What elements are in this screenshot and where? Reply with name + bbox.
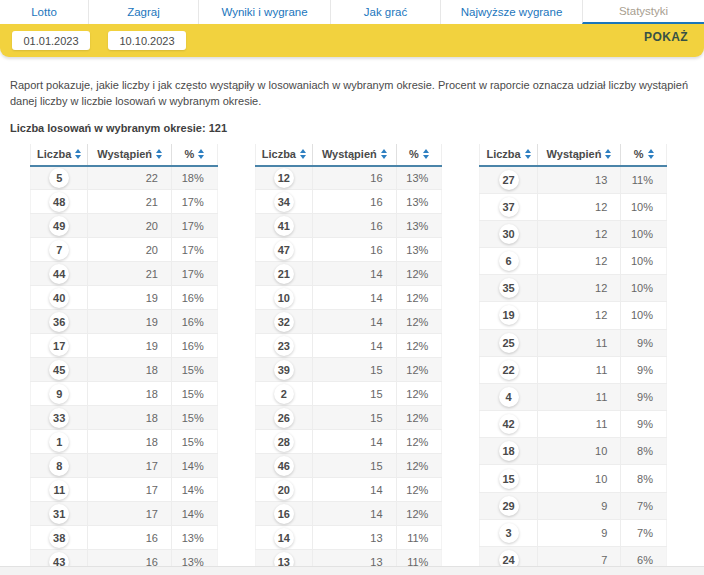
tab-lotto[interactable]: Lotto [0,0,88,24]
table-row: 72017% [31,238,218,262]
date-from-input[interactable] [12,31,90,50]
lotto-number: 37 [499,197,519,217]
sort-by-occurrences[interactable]: Wystąpień [313,148,396,160]
sort-by-occurrences[interactable]: Wystąpień [538,148,621,160]
occurrences-value: 18 [88,358,172,382]
table-row: 191210% [480,302,667,329]
table-row: 91815% [31,382,218,406]
percent-value: 15% [171,358,217,382]
percent-value: 12% [396,334,442,358]
stats-table-3: Liczba Wystąpień % 271311%371210%301210%… [479,144,667,575]
lotto-number: 23 [274,336,294,356]
table-row: 301210% [480,220,667,247]
table-row: 15108% [480,465,667,492]
occurrences-value: 10 [537,438,621,465]
occurrences-value: 22 [88,166,172,190]
table-row: 11815% [31,430,218,454]
occurrences-value: 20 [88,238,172,262]
percent-value: 16% [171,310,217,334]
table-row: 281412% [255,430,442,454]
lotto-number: 19 [499,305,519,325]
sort-arrows-icon [605,149,611,159]
table-row: 371210% [480,193,667,220]
sort-by-number[interactable]: Liczba [480,148,536,160]
occurrences-value: 19 [88,310,172,334]
sort-by-number[interactable]: Liczba [256,148,312,160]
table-row: 52218% [31,166,218,190]
sort-by-percent[interactable]: % [621,148,666,160]
tab-statystyki[interactable]: Statystyki [582,0,704,24]
percent-value: 13% [396,238,442,262]
lotto-number: 42 [499,414,519,434]
occurrences-value: 11 [537,356,621,383]
table-row: 391512% [255,358,442,382]
table-row: 321412% [255,310,442,334]
sort-by-occurrences[interactable]: Wystąpień [88,148,171,160]
table-header-row: Liczba Wystąpień % [255,144,442,166]
date-to-input[interactable] [108,31,186,50]
table-row: 331815% [31,406,218,430]
percent-value: 7% [621,492,667,519]
table-row: 261512% [255,406,442,430]
table-row: 451815% [31,358,218,382]
percent-value: 14% [171,478,217,502]
lotto-number: 48 [49,192,69,212]
table-row: 21512% [255,382,442,406]
percent-value: 17% [171,190,217,214]
table-row: 361916% [31,310,218,334]
occurrences-value: 14 [313,334,397,358]
table-row: 201412% [255,478,442,502]
lotto-number: 39 [274,360,294,380]
occurrences-value: 11 [537,383,621,410]
table-row: 311714% [31,502,218,526]
percent-value: 12% [396,358,442,382]
occurrences-column-header: Wystąpień [547,148,602,160]
percent-value: 11% [621,166,667,193]
tab-najwyzsze-wygrane[interactable]: Najwyższe wygrane [440,0,582,24]
percent-value: 12% [396,430,442,454]
table-row: 81714% [31,454,218,478]
occurrences-value: 14 [313,310,397,334]
tab-wyniki-i-wygrane[interactable]: Wyniki i wygrane [198,0,330,24]
occurrences-value: 15 [313,454,397,478]
sort-by-number[interactable]: Liczba [31,148,87,160]
lotto-number: 36 [49,312,69,332]
percent-column-header: % [409,148,419,160]
table-header-row: Liczba Wystąpień % [31,144,218,166]
show-button[interactable]: POKAŻ [644,30,688,44]
sort-arrows-icon [300,149,306,159]
number-column-header: Liczba [486,148,520,160]
percent-value: 16% [171,286,217,310]
sort-by-percent[interactable]: % [397,148,442,160]
table-row: 42119% [480,411,667,438]
percent-value: 12% [396,406,442,430]
occurrences-value: 12 [537,220,621,247]
table-row: 2997% [480,492,667,519]
date-filter-bar: POKAŻ [0,24,704,57]
percent-value: 14% [171,502,217,526]
sort-by-percent[interactable]: % [172,148,217,160]
occurrences-value: 14 [313,262,397,286]
statistics-tables: Liczba Wystąpień % 52218%482117%492017%7… [30,144,704,575]
lotto-number: 49 [49,216,69,236]
occurrences-value: 10 [537,465,621,492]
tab-jak-grac[interactable]: Jak grać [330,0,440,24]
lotto-number: 26 [274,408,294,428]
percent-value: 14% [171,454,217,478]
tab-zagraj[interactable]: Zagraj [88,0,198,24]
lotto-number: 34 [274,192,294,212]
occurrences-value: 14 [313,478,397,502]
table-header-row: Liczba Wystąpień % [480,144,667,166]
sort-arrows-icon [75,149,81,159]
percent-value: 9% [621,356,667,383]
occurrences-value: 21 [88,262,172,286]
percent-value: 18% [171,166,217,190]
lotto-number: 10 [274,288,294,308]
table-row: 401916% [31,286,218,310]
table-row: 411613% [255,214,442,238]
occurrences-value: 18 [88,382,172,406]
table-row: 171916% [31,334,218,358]
lotto-number: 29 [499,496,519,516]
table-row: 442117% [31,262,218,286]
lotto-number: 32 [274,312,294,332]
